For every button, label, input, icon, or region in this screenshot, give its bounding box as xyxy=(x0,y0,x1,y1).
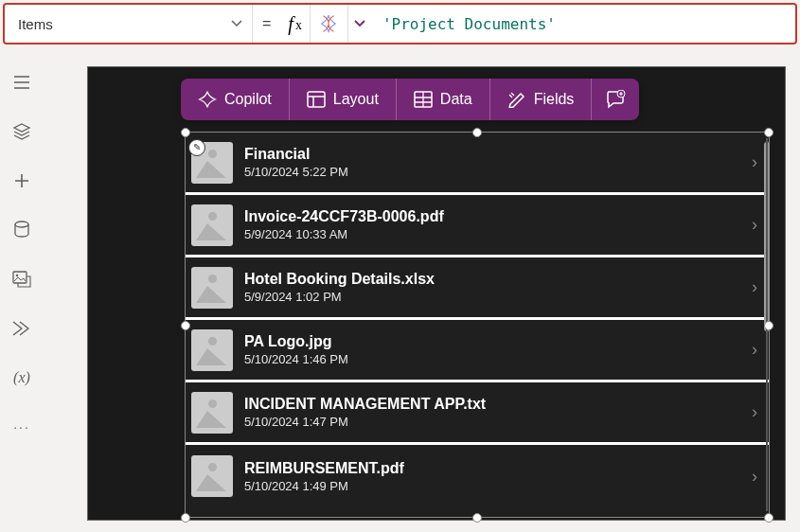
plus-icon xyxy=(13,172,30,189)
toolbar-fields-button[interactable]: Fields xyxy=(490,79,593,120)
thumbnail-icon xyxy=(191,204,233,246)
svg-rect-3 xyxy=(308,92,325,107)
toolbar-copilot-button[interactable]: Copilot xyxy=(181,79,290,120)
toolbar-layout-button[interactable]: Layout xyxy=(290,79,397,120)
property-name: Items xyxy=(18,16,53,32)
data-button[interactable] xyxy=(10,219,33,241)
thumbnail-icon xyxy=(191,329,233,371)
tree-view-button[interactable] xyxy=(10,120,33,143)
fx-button[interactable]: fx xyxy=(280,5,311,43)
variables-button[interactable]: (x) xyxy=(10,366,33,389)
thumbnail-icon xyxy=(191,267,233,309)
scrollbar[interactable] xyxy=(764,142,769,331)
comment-plus-icon xyxy=(605,90,626,109)
hamburger-button[interactable] xyxy=(10,71,33,94)
formula-bar: Items = fx 'Project Documents' xyxy=(3,3,797,44)
copilot-spark-icon xyxy=(318,13,339,34)
svg-point-0 xyxy=(15,222,28,227)
gallery-row[interactable]: Invoice-24CCF73B-0006.pdf 5/9/2024 10:33… xyxy=(186,195,769,257)
chevron-right-icon[interactable]: › xyxy=(752,402,757,422)
thumbnail-icon xyxy=(191,455,233,497)
resize-handle[interactable] xyxy=(181,513,190,523)
layers-icon xyxy=(12,122,31,141)
row-title: REIMBURSEMENT.pdf xyxy=(244,460,740,477)
more-button[interactable]: ··· xyxy=(10,416,33,438)
thumbnail-icon: ✎ xyxy=(191,142,233,184)
equals-label: = xyxy=(253,15,280,32)
toolbar-data-button[interactable]: Data xyxy=(397,79,490,120)
gallery-row[interactable]: Hotel Booking Details.xlsx 5/9/2024 1:02… xyxy=(186,257,769,320)
left-rail: (x) ··· xyxy=(0,52,44,532)
resize-handle[interactable] xyxy=(472,513,482,523)
row-subtitle: 5/10/2024 1:49 PM xyxy=(244,479,740,493)
gallery[interactable]: ✎ Financial 5/10/2024 5:22 PM › Invoice-… xyxy=(186,133,769,517)
resize-handle[interactable] xyxy=(181,128,190,137)
gallery-row[interactable]: REIMBURSEMENT.pdf 5/10/2024 1:49 PM › xyxy=(186,445,769,507)
row-subtitle: 5/10/2024 1:46 PM xyxy=(244,352,740,366)
gallery-row[interactable]: ✎ Financial 5/10/2024 5:22 PM › xyxy=(186,133,769,195)
row-title: PA Logo.jpg xyxy=(244,333,740,350)
property-selector[interactable]: Items xyxy=(5,5,253,43)
formula-expand-button[interactable] xyxy=(348,18,371,29)
chevron-right-icon[interactable]: › xyxy=(752,467,757,487)
resize-handle[interactable] xyxy=(181,321,190,330)
chevron-right-icon[interactable]: › xyxy=(752,277,757,297)
resize-handle[interactable] xyxy=(472,128,482,137)
toolbar-data-label: Data xyxy=(440,91,472,108)
layout-icon xyxy=(307,91,326,108)
insert-button[interactable] xyxy=(10,169,33,192)
edit-template-icon[interactable]: ✎ xyxy=(188,139,205,156)
copilot-formula-button[interactable] xyxy=(311,5,348,43)
svg-rect-1 xyxy=(13,272,27,283)
chevron-right-icon[interactable]: › xyxy=(752,340,757,360)
toolbar-copilot-label: Copilot xyxy=(224,91,272,108)
svg-point-2 xyxy=(16,275,18,276)
chevron-down-icon xyxy=(231,18,242,29)
copilot-icon xyxy=(198,90,217,109)
chevron-right-icon[interactable]: › xyxy=(752,152,757,172)
resize-handle[interactable] xyxy=(764,321,773,330)
toolbar-layout-label: Layout xyxy=(333,91,379,108)
media-icon xyxy=(12,271,31,288)
row-title: Hotel Booking Details.xlsx xyxy=(244,271,740,288)
chevron-right-icon[interactable]: › xyxy=(752,215,757,235)
fx-icon: f xyxy=(288,13,293,35)
flow-icon xyxy=(12,320,31,337)
power-automate-button[interactable] xyxy=(10,317,33,340)
hamburger-icon xyxy=(13,74,30,91)
variable-icon: (x) xyxy=(13,369,30,386)
context-toolbar: Copilot Layout Data Fields xyxy=(181,79,639,120)
table-icon xyxy=(414,91,433,108)
row-title: INCIDENT MANAGEMENT APP.txt xyxy=(244,396,740,413)
toolbar-fields-label: Fields xyxy=(534,91,575,108)
gallery-row[interactable]: INCIDENT MANAGEMENT APP.txt 5/10/2024 1:… xyxy=(186,382,769,445)
row-title: Financial xyxy=(244,146,740,163)
row-subtitle: 5/9/2024 1:02 PM xyxy=(244,290,740,304)
gallery-row[interactable]: PA Logo.jpg 5/10/2024 1:46 PM › xyxy=(186,320,769,382)
resize-handle[interactable] xyxy=(764,513,773,523)
row-title: Invoice-24CCF73B-0006.pdf xyxy=(244,208,740,225)
formula-value[interactable]: 'Project Documents' xyxy=(371,15,795,33)
ellipsis-icon: ··· xyxy=(13,419,30,434)
toolbar-comment-button[interactable] xyxy=(592,79,639,120)
thumbnail-icon xyxy=(191,392,233,434)
row-subtitle: 5/10/2024 1:47 PM xyxy=(244,415,740,429)
resize-handle[interactable] xyxy=(764,128,773,137)
database-icon xyxy=(13,221,30,239)
row-subtitle: 5/9/2024 10:33 AM xyxy=(244,227,740,241)
chevron-down-icon xyxy=(354,18,365,29)
canvas[interactable]: Copilot Layout Data Fields ✎ xyxy=(87,66,786,521)
pencil-icon xyxy=(507,91,526,108)
media-button[interactable] xyxy=(10,268,33,291)
row-subtitle: 5/10/2024 5:22 PM xyxy=(244,165,740,179)
